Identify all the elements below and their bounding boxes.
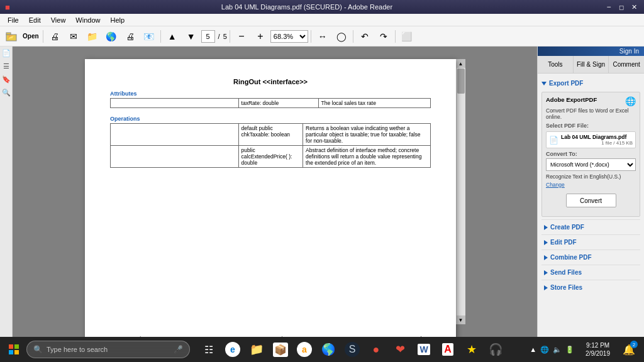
- operations-table: default public chkTaxable: boolean Retur…: [110, 123, 431, 168]
- table-row: public calcExtendedPrice( ): double Abst…: [111, 146, 431, 168]
- steam-button[interactable]: S: [341, 338, 364, 361]
- edit-pdf-label: Edit PDF: [550, 239, 577, 246]
- tab-tools[interactable]: Tools: [538, 56, 574, 73]
- acrobat-button[interactable]: A: [436, 338, 459, 361]
- scroll-up-button[interactable]: ▲: [457, 59, 465, 68]
- send-files-section[interactable]: Send Files: [541, 265, 640, 280]
- amazon-button[interactable]: a: [293, 338, 316, 361]
- volume-icon[interactable]: 🔈: [553, 346, 562, 354]
- taskbar-app-icons: ☷ e 📁 📦 a 🌎 S ● ❤ W A: [197, 338, 507, 361]
- sidebar-layers-icon[interactable]: ☰: [3, 62, 9, 70]
- edge-button[interactable]: e: [221, 338, 244, 361]
- send-files-label: Send Files: [550, 269, 582, 276]
- pdf-viewer[interactable]: RingOut <<interface>> Attributes taxRate…: [13, 47, 537, 337]
- convert-to-select[interactable]: Microsoft Word (*.docx) Microsoft Excel …: [546, 158, 636, 171]
- app6-button[interactable]: ❤: [389, 338, 411, 361]
- redo-button[interactable]: ↷: [375, 28, 392, 45]
- create-pdf-section[interactable]: Create PDF: [541, 219, 640, 234]
- clock-date: 2/9/2019: [586, 349, 610, 358]
- right-panel-content: Export PDF Adobe ExportPDF 🌐 Convert PDF…: [538, 74, 644, 337]
- email-button[interactable]: ✉: [65, 28, 82, 45]
- op1-empty-cell: [111, 124, 239, 146]
- fullscreen-button[interactable]: ⬜: [398, 28, 416, 45]
- zoom-select[interactable]: 68.3% 50% 75% 100% 125%: [270, 30, 308, 43]
- combine-pdf-chevron: [544, 255, 548, 260]
- folder-button[interactable]: 📁: [84, 28, 101, 45]
- next-page-button[interactable]: ▼: [182, 28, 200, 45]
- print-button[interactable]: 🖨: [46, 28, 64, 45]
- fit-width-button[interactable]: ↔: [314, 28, 331, 45]
- attr-empty-cell: [111, 99, 239, 108]
- file-row[interactable]: 📄 Lab 04 UML Diagrams.pdf 1 file / 415 K…: [546, 131, 636, 148]
- firefox-button[interactable]: 🌎: [317, 338, 340, 361]
- edit-pdf-section[interactable]: Edit PDF: [541, 234, 640, 250]
- adobe-export-desc: Convert PDF files to Word or Excel onlin…: [546, 107, 636, 120]
- task-view-button[interactable]: ☷: [197, 338, 220, 361]
- attach-button[interactable]: 📧: [140, 28, 158, 45]
- network-icon[interactable]: 🌐: [540, 346, 549, 354]
- combine-pdf-section[interactable]: Combine PDF: [541, 250, 640, 265]
- menu-file[interactable]: File: [3, 15, 24, 25]
- app7-button[interactable]: ★: [460, 338, 483, 361]
- word-button[interactable]: W: [413, 338, 435, 361]
- close-button[interactable]: ✕: [629, 3, 639, 11]
- zoom-out-button[interactable]: −: [233, 28, 250, 45]
- right-panel-tabs: Tools Fill & Sign Comment: [538, 56, 644, 74]
- open-button[interactable]: 📂: [3, 28, 20, 45]
- open-label[interactable]: Open: [23, 33, 39, 40]
- convert-to-label: Convert To:: [546, 151, 636, 157]
- export-pdf-header[interactable]: Export PDF: [541, 77, 640, 89]
- svg-rect-3: [9, 344, 13, 349]
- pdf-page-title: RingOut <<interface>>: [110, 78, 431, 85]
- scroll-down-button[interactable]: ▼: [457, 315, 465, 324]
- battery-icon[interactable]: 🔋: [565, 346, 574, 354]
- taskbar-search-bar[interactable]: 🔍 🎤: [26, 341, 190, 358]
- prev-page-button[interactable]: ▲: [164, 28, 181, 45]
- tab-comment[interactable]: Comment: [609, 56, 644, 73]
- scroll-thumb[interactable]: [457, 69, 465, 94]
- search-input[interactable]: [47, 346, 170, 353]
- store-files-section[interactable]: Store Files: [541, 280, 640, 295]
- printer-button[interactable]: 🖨: [121, 28, 139, 45]
- toolbar-separator-1: [43, 30, 43, 43]
- fit-page-button[interactable]: ◯: [333, 28, 350, 45]
- menu-window[interactable]: Window: [70, 15, 105, 25]
- sidebar-tools-icon[interactable]: 📄: [2, 49, 11, 57]
- change-link[interactable]: Change: [546, 182, 565, 188]
- minimize-button[interactable]: −: [604, 3, 614, 11]
- right-panel: Sign In Tools Fill & Sign Comment Export…: [537, 47, 644, 337]
- edit-pdf-chevron: [544, 240, 548, 245]
- start-button[interactable]: [4, 339, 24, 359]
- adobe-export-title: Adobe ExportPDF: [546, 96, 597, 103]
- table-row: default public chkTaxable: boolean Retur…: [111, 124, 431, 146]
- menu-help[interactable]: Help: [105, 15, 130, 25]
- system-tray-icons: ▲ 🌐 🔈 🔋: [526, 346, 578, 354]
- app5-button[interactable]: ●: [365, 338, 387, 361]
- explorer-button[interactable]: 📁: [245, 338, 268, 361]
- mic-icon[interactable]: 🎤: [174, 345, 183, 354]
- undo-button[interactable]: ↶: [356, 28, 374, 45]
- scroll-track[interactable]: [457, 68, 465, 315]
- globe-button[interactable]: 🌎: [103, 28, 120, 45]
- attributes-table: taxRate: double The local sales tax rate: [110, 98, 431, 108]
- menu-view[interactable]: View: [46, 15, 71, 25]
- sidebar-bookmarks-icon[interactable]: 🔖: [2, 75, 11, 84]
- file-info: 1 file / 415 KB: [561, 140, 633, 146]
- convert-button[interactable]: Convert: [566, 194, 616, 207]
- adobe-export-online-icon[interactable]: 🌐: [625, 96, 636, 106]
- app8-button[interactable]: 🎧: [484, 338, 507, 361]
- menu-edit[interactable]: Edit: [24, 15, 46, 25]
- taskbar-clock[interactable]: 9:12 PM 2/9/2019: [580, 341, 615, 358]
- restore-button[interactable]: ◻: [616, 3, 626, 11]
- title-bar-icon: ■: [5, 3, 10, 12]
- sign-in-bar[interactable]: Sign In: [538, 47, 644, 56]
- zoom-in-button[interactable]: +: [252, 28, 269, 45]
- tray-icon-1[interactable]: ▲: [530, 346, 536, 353]
- sidebar-search-icon[interactable]: 🔍: [2, 89, 11, 97]
- notification-button[interactable]: 🔔 2: [618, 338, 640, 361]
- windows-store-button[interactable]: 📦: [269, 338, 292, 361]
- page-input[interactable]: [201, 30, 215, 43]
- tab-fill-sign[interactable]: Fill & Sign: [574, 56, 609, 73]
- taskbar: 🔍 🎤 ☷ e 📁 📦 a 🌎 S ● ❤: [0, 337, 644, 362]
- scroll-bar[interactable]: ▲ ▼: [456, 59, 465, 324]
